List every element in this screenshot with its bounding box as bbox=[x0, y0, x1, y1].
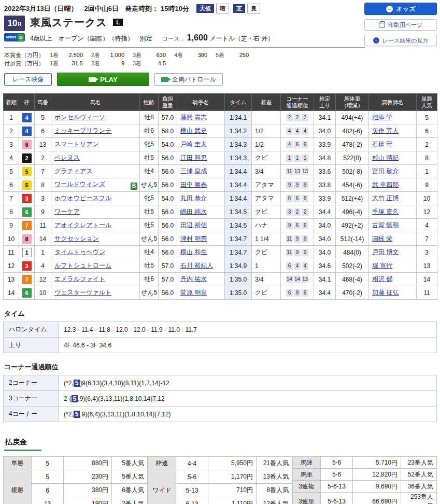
result-guide-button[interactable]: → レース結果の見方 bbox=[364, 35, 437, 46]
column-header: 馬番 bbox=[35, 94, 51, 111]
jockey-link[interactable]: 石川 裕紀人 bbox=[180, 262, 213, 269]
trainer-cell: 加藤 征弘 bbox=[369, 286, 417, 300]
patrol-label: 全周パトロール bbox=[172, 75, 216, 84]
jockey-link[interactable]: 横山 武史 bbox=[180, 127, 207, 134]
jockey-link[interactable]: 戸崎 圭太 bbox=[180, 141, 207, 148]
corner-position-chip: 11 bbox=[286, 235, 293, 243]
jockey-link[interactable]: 三浦 皇成 bbox=[180, 167, 207, 175]
finish-time: 1:34.4 bbox=[225, 192, 252, 205]
horse-name-link[interactable]: タイムトゥヘヴン bbox=[54, 248, 105, 256]
finish-time: 1:34.5 bbox=[225, 219, 252, 232]
carried-weight: 56.0 bbox=[159, 246, 177, 259]
horse-name-link[interactable]: ルフトシュトローム bbox=[54, 262, 111, 269]
payout-combination: 5 bbox=[31, 457, 63, 470]
last-3f: 34.0 bbox=[314, 124, 336, 138]
trainer-link[interactable]: 加藤 征弘 bbox=[372, 289, 399, 296]
lap-time-heading: タイム bbox=[4, 309, 436, 318]
horse-name-link[interactable]: エメラルファイト bbox=[54, 275, 105, 283]
trainer-link[interactable]: 武 幸四郎 bbox=[372, 181, 399, 188]
bracket-cell: 7 bbox=[19, 273, 35, 286]
horse-name-cell: サクセッション bbox=[51, 232, 140, 246]
trainer-link[interactable]: 相沢 郁 bbox=[372, 275, 392, 283]
win-popularity: 2 bbox=[417, 138, 437, 151]
finish-position: 9 bbox=[4, 219, 19, 232]
print-page-button[interactable]: 印刷用ページ bbox=[364, 19, 437, 31]
trainer-link[interactable]: 杉山 晴紀 bbox=[372, 154, 399, 161]
corner-position-chip: 14 bbox=[294, 276, 301, 283]
guide-button-label: レース結果の見方 bbox=[382, 37, 429, 45]
corner-position-chip: 11 bbox=[286, 168, 293, 175]
jockey-link[interactable]: 横山 和生 bbox=[180, 248, 207, 256]
carried-weight: 56.0 bbox=[159, 232, 177, 246]
trainer-link[interactable]: 堀 宣行 bbox=[372, 262, 392, 269]
horse-name-link[interactable]: ワーケア bbox=[54, 208, 80, 215]
horse-name-link[interactable]: スマートリアン bbox=[54, 141, 99, 148]
prize-amount: 9 bbox=[121, 59, 124, 67]
carried-weight: 57.0 bbox=[159, 111, 177, 124]
prize-pair: 3着4.5 bbox=[133, 59, 174, 67]
jockey-link[interactable]: 津村 明秀 bbox=[180, 235, 207, 242]
course-label: コース： bbox=[162, 35, 186, 41]
corner-position-chip: 9 bbox=[302, 235, 308, 243]
prize-pair: 5着250 bbox=[216, 51, 257, 59]
jockey-link[interactable]: 菅原 明良 bbox=[180, 289, 207, 296]
corner-order-text: (*2, bbox=[64, 411, 74, 418]
bracket-cell: 8 bbox=[19, 138, 35, 151]
payout-popularity: 52番人気 bbox=[401, 469, 437, 481]
trainer-link[interactable]: 石橋 守 bbox=[372, 141, 392, 148]
prize-pair: 4着380 bbox=[174, 51, 216, 59]
horse-name-link[interactable]: サクセッション bbox=[54, 235, 99, 242]
horse-name-link[interactable]: グラティアス bbox=[54, 167, 93, 175]
column-header: 着差 bbox=[252, 94, 281, 111]
corner-position-chip: 6 bbox=[302, 141, 308, 148]
trainer-link[interactable]: 池添 学 bbox=[372, 114, 392, 121]
payout-amount: 12,820円 bbox=[353, 469, 401, 481]
column-header-text: 馬番 bbox=[37, 99, 48, 105]
horse-name-link[interactable]: ベレヌス bbox=[54, 154, 80, 161]
jockey-link[interactable]: 丹内 祐次 bbox=[180, 275, 207, 283]
trainer-link[interactable]: 国枝 栄 bbox=[372, 235, 392, 242]
win-popularity: 8 bbox=[417, 151, 437, 165]
trainer-link[interactable]: 矢作 芳人 bbox=[372, 127, 399, 134]
corner-position-chip: 9 bbox=[286, 222, 293, 229]
margin: アタマ bbox=[252, 192, 281, 205]
trainer-link[interactable]: 手塚 貴久 bbox=[372, 208, 399, 215]
finish-time: 1:34.7 bbox=[225, 246, 252, 259]
horse-name-link[interactable]: アオイクレアトール bbox=[54, 221, 111, 229]
trainer-link[interactable]: 戸田 博文 bbox=[372, 248, 399, 256]
horse-name-link[interactable]: ヴェスターヴァルト bbox=[54, 289, 111, 296]
last-3f: 34.4 bbox=[314, 205, 336, 219]
jockey-link[interactable]: 藤懸 貴志 bbox=[180, 114, 207, 121]
trainer-cell: 大竹 正博 bbox=[369, 192, 417, 205]
horse-weight: 502(-2) bbox=[336, 259, 369, 273]
prize-pair: 2着9 bbox=[91, 59, 133, 67]
result-row: 733ホウオウピースフル牝554.0丸田 恭介1:34.4アタマ66633.95… bbox=[4, 192, 437, 205]
column-header-text: 馬体重 bbox=[344, 95, 361, 102]
odds-button[interactable]: → オッズ bbox=[364, 3, 437, 15]
prize-pair: 3着630 bbox=[133, 51, 174, 59]
trainer-link[interactable]: 大竹 正博 bbox=[372, 194, 399, 202]
prize-amount: 250 bbox=[239, 51, 249, 59]
jockey-link[interactable]: 嶋田 純次 bbox=[180, 208, 207, 215]
corner-position-chip: 9 bbox=[294, 235, 301, 243]
jockey-link[interactable]: 田辺 裕信 bbox=[180, 221, 207, 229]
play-button[interactable]: PLAY bbox=[57, 73, 149, 86]
patrol-video-button[interactable]: 全周パトロール bbox=[154, 73, 223, 86]
payout-amount: 710円 bbox=[208, 484, 257, 497]
horse-weight: 496(-4) bbox=[336, 205, 369, 219]
column-header: タイム bbox=[225, 94, 252, 111]
race-video-button[interactable]: レース映像 bbox=[4, 73, 52, 86]
payout-amount: 5,950円 bbox=[208, 457, 257, 470]
jockey-link[interactable]: 江田 照男 bbox=[180, 154, 207, 161]
jockey-link[interactable]: 田中 勝春 bbox=[180, 181, 207, 188]
finish-time: 1:34.4 bbox=[225, 165, 252, 178]
horse-name-link[interactable]: ミッキーブリランテ bbox=[54, 127, 111, 134]
corner-position-chip: 9 bbox=[294, 181, 301, 189]
trainer-cell: 手塚 貴久 bbox=[369, 205, 417, 219]
horse-name-link[interactable]: ワールドウインズ bbox=[54, 180, 105, 188]
horse-name-link[interactable]: ホウオウピースフル bbox=[54, 194, 111, 202]
jockey-link[interactable]: 丸田 恭介 bbox=[180, 194, 207, 202]
trainer-link[interactable]: 宮田 敬介 bbox=[372, 167, 399, 175]
trainer-link[interactable]: 古賀 慎明 bbox=[372, 221, 399, 229]
horse-name-link[interactable]: ボンセルヴィーソ bbox=[54, 114, 105, 121]
